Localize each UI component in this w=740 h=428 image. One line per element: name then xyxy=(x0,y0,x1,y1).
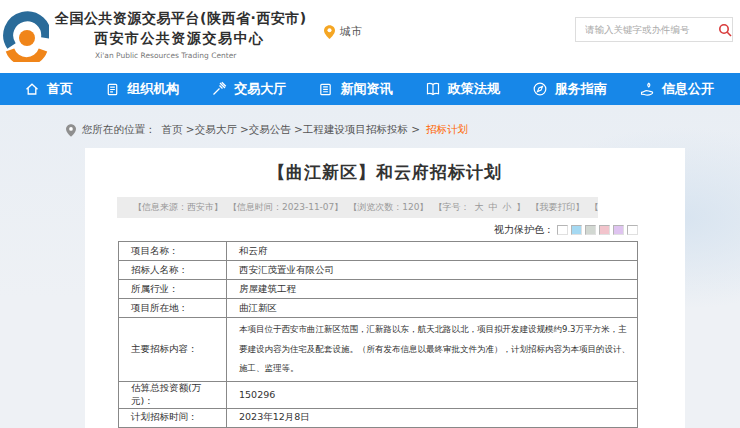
page-title: 【曲江新区】和云府招标计划 xyxy=(85,148,685,184)
article-card: 【曲江新区】和云府招标计划 【信息来源：西安市】 【信息时间：2023-11-0… xyxy=(85,148,685,428)
meta-views: 【浏览次数：120】 xyxy=(348,197,428,218)
hand-share-icon xyxy=(639,81,655,97)
fontsize-large-button[interactable]: 大 xyxy=(475,197,484,218)
eye-protect-label: 视力保护色： xyxy=(494,223,554,237)
meta-source: 【信息来源：西安市】 xyxy=(133,197,223,218)
city-selector[interactable]: 城市 xyxy=(324,24,362,39)
breadcrumb: 您所在的位置： 首页 >交易大厅 >交易公告 >工程建设项目招标投标 > 招标计… xyxy=(66,123,468,137)
row-value: 150296 xyxy=(227,381,638,408)
site-title-platform: 全国公共资源交易平台(陕西省·西安市) xyxy=(55,10,307,28)
table-row-planned-date: 计划招标时间： 2023年12月8日 xyxy=(119,408,638,427)
nav-label: 首页 xyxy=(47,80,73,98)
row-value: 2023年12月8日 xyxy=(227,408,638,427)
row-label: 招标人名称： xyxy=(119,261,227,280)
fontsize-medium-button[interactable]: 中 xyxy=(489,197,498,218)
row-value: 和云府 xyxy=(227,242,638,261)
row-value: 曲江新区 xyxy=(227,299,638,318)
org-doc-icon xyxy=(105,82,120,97)
table-row-main-content: 主要招标内容： 本项目位于西安市曲江新区范围，汇新路以东，航天北路以北，项目拟开… xyxy=(119,318,638,382)
eye-color-swatch-5[interactable] xyxy=(613,225,624,235)
main-nav: 首页 组织机构 交易大厅 新闻资讯 政策法规 服务指南 xyxy=(0,73,740,105)
eye-color-swatch-2[interactable] xyxy=(571,225,582,235)
search-box xyxy=(575,17,733,42)
breadcrumb-current: 招标计划 xyxy=(426,123,468,137)
nav-label: 信息公开 xyxy=(662,80,714,98)
nav-item-info-disclosure[interactable]: 信息公开 xyxy=(639,80,714,98)
site-title-english: Xi'an Public Resources Trading Center xyxy=(95,51,307,60)
gavel-icon xyxy=(211,81,227,97)
site-title-center: 西安市公共资源交易中心 xyxy=(94,30,307,48)
row-value: 房屋建筑工程 xyxy=(227,280,638,299)
nav-item-policies[interactable]: 政策法规 xyxy=(425,80,500,98)
city-label: 城市 xyxy=(340,24,362,39)
table-row-location: 项目所在地： 曲江新区 xyxy=(119,299,638,318)
nav-label: 交易大厅 xyxy=(234,80,286,98)
row-label: 估算总投资额(万元)： xyxy=(119,381,227,408)
eye-color-swatch-4[interactable] xyxy=(599,225,610,235)
city-pin-icon xyxy=(324,25,335,39)
compass-icon xyxy=(532,81,548,97)
article-meta-bar: 【信息来源：西安市】 【信息时间：2023-11-07】 【浏览次数：120】 … xyxy=(117,197,598,218)
table-row-industry: 所属行业： 房屋建筑工程 xyxy=(119,280,638,299)
table-row-tenderer: 招标人名称： 西安汇茂置业有限公司 xyxy=(119,261,638,280)
breadcrumb-path[interactable]: 首页 >交易大厅 >交易公告 >工程建设项目招标投标 > xyxy=(162,123,421,137)
meta-fontsize-prefix: 【字号： xyxy=(434,197,470,218)
row-label: 计划招标时间： xyxy=(119,408,227,427)
nav-label: 服务指南 xyxy=(555,80,607,98)
search-input[interactable] xyxy=(576,24,717,35)
row-label: 项目名称： xyxy=(119,242,227,261)
eye-color-swatch-6[interactable] xyxy=(627,225,638,235)
close-button[interactable]: 【关闭】 xyxy=(590,197,599,218)
nav-label: 新闻资讯 xyxy=(340,80,392,98)
row-value: 本项目位于西安市曲江新区范围，汇新路以东，航天北路以北，项目拟开发建设规模约9.… xyxy=(227,318,638,382)
nav-item-home[interactable]: 首页 xyxy=(24,80,73,98)
news-icon xyxy=(318,82,333,97)
row-value: 西安汇茂置业有限公司 xyxy=(227,261,638,280)
site-titles: 全国公共资源交易平台(陕西省·西安市) 西安市公共资源交易中心 Xi'an Pu… xyxy=(55,10,307,60)
meta-fontsize-suffix: 】 xyxy=(517,197,526,218)
row-label: 所属行业： xyxy=(119,280,227,299)
table-row-investment: 估算总投资额(万元)： 150296 xyxy=(119,381,638,408)
print-button[interactable]: 【我要打印】 xyxy=(531,197,585,218)
site-logo xyxy=(3,8,49,66)
nav-item-service-guide[interactable]: 服务指南 xyxy=(532,80,607,98)
nav-label: 组织机构 xyxy=(127,80,179,98)
eye-color-swatch-1[interactable] xyxy=(557,225,568,235)
home-icon xyxy=(24,81,40,97)
table-row-project-name: 项目名称： 和云府 xyxy=(119,242,638,261)
logo-icon xyxy=(3,8,49,62)
bid-plan-table: 项目名称： 和云府 招标人名称： 西安汇茂置业有限公司 所属行业： 房屋建筑工程… xyxy=(118,241,638,428)
nav-item-organization[interactable]: 组织机构 xyxy=(105,80,179,98)
nav-item-trading-hall[interactable]: 交易大厅 xyxy=(211,80,286,98)
location-pin-icon xyxy=(66,124,76,137)
search-button[interactable] xyxy=(717,18,732,42)
breadcrumb-prefix: 您所在的位置： xyxy=(82,123,156,137)
nav-item-news[interactable]: 新闻资讯 xyxy=(318,80,392,98)
site-header: 全国公共资源交易平台(陕西省·西安市) 西安市公共资源交易中心 Xi'an Pu… xyxy=(0,0,740,73)
search-icon xyxy=(718,23,732,37)
book-icon xyxy=(425,81,441,97)
nav-label: 政策法规 xyxy=(448,80,500,98)
eye-protect-row: 视力保护色： xyxy=(85,223,685,237)
meta-time: 【信息时间：2023-11-07】 xyxy=(228,197,343,218)
row-label: 主要招标内容： xyxy=(119,318,227,382)
fontsize-small-button[interactable]: 小 xyxy=(503,197,512,218)
eye-color-swatch-3[interactable] xyxy=(585,225,596,235)
row-label: 项目所在地： xyxy=(119,299,227,318)
